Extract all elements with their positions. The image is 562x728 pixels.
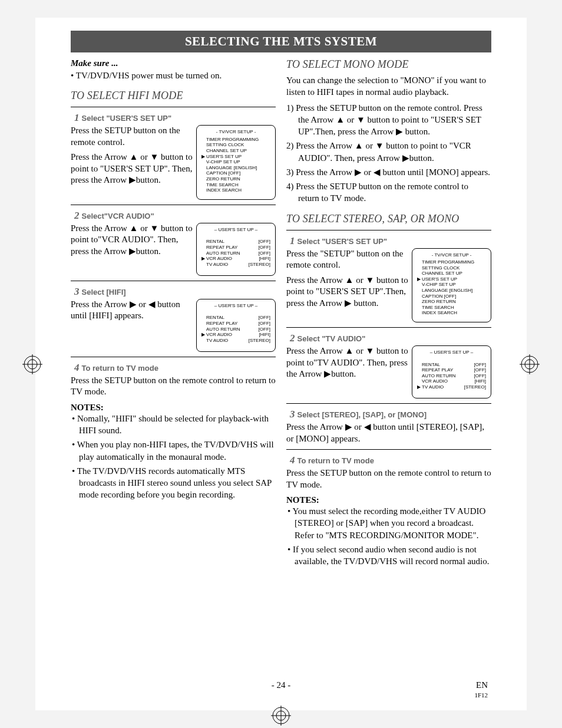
right-column: TO SELECT MONO MODE You can change the s… [286, 58, 491, 569]
step-heading: To return to TV mode [82, 364, 158, 373]
separator [71, 205, 276, 205]
sap-step-3: 3Select [STEREO], [SAP], or [MONO] Press… [286, 409, 491, 444]
page-title-banner: SELECTING THE MTS SYSTEM [71, 31, 491, 52]
separator [71, 357, 276, 357]
page-footer: - 24 - EN 1F12 [71, 680, 491, 690]
step-number: 1 [74, 112, 80, 123]
separator [286, 327, 491, 328]
mono-intro: You can change the selection to "MONO" i… [286, 74, 491, 98]
step-text: Press the Arrow ▶ or ◀ button until [STE… [286, 421, 491, 444]
osd-screen: – USER'S SET UP – RENTAL[OFF] REPEAT PLA… [412, 345, 491, 398]
step-text: Press the Arrow ▲ or ▼ button to point t… [286, 275, 408, 309]
separator [286, 449, 491, 450]
make-sure-text: TV/DVD/VHS power must be turned on. [76, 71, 222, 80]
osd-title: - TV/VCR SETUP - [417, 252, 486, 258]
sap-step-4: 4To return to TV mode Press the SETUP bu… [286, 454, 491, 490]
osd-title: – USER'S SET UP – [201, 303, 270, 309]
osd-title: – USER'S SET UP – [201, 227, 270, 233]
osd-title: – USER'S SET UP – [417, 350, 486, 355]
step-number: 1 [290, 235, 295, 246]
step-number: 2 [74, 210, 80, 221]
make-sure-heading: Make sure ... [71, 58, 276, 68]
section-mono-title: TO SELECT MONO MODE [286, 58, 491, 71]
mono-steps: 1) Press the SETUP button on the remote … [286, 102, 491, 205]
step-number: 3 [74, 286, 80, 297]
language-label: EN [476, 680, 488, 690]
osd-screen: - TV/VCR SETUP - TIMER PROGRAMMING SETTI… [196, 125, 276, 200]
step-1: 1Select "USER'S SET UP" Press the SETUP … [71, 112, 276, 200]
note-item: When you play non-HIFI tapes, the TV/DVD… [79, 439, 276, 463]
page-number: - 24 - [71, 680, 491, 690]
doc-code: 1F12 [474, 691, 488, 699]
crop-mark-icon [22, 354, 42, 374]
step-heading: Select "USER'S SET UP" [82, 114, 172, 123]
list-item: 4) Press the SETUP button on the remote … [286, 180, 491, 205]
crop-mark-icon [520, 354, 540, 374]
step-number: 4 [290, 454, 295, 466]
list-item: 1) Press the SETUP button on the remote … [286, 102, 491, 138]
section-sap-title: TO SELECT STEREO, SAP, OR MONO [286, 213, 491, 225]
separator [286, 230, 491, 230]
step-text: Press the Arrow ▶ or ◀ button until [HIF… [71, 299, 193, 322]
osd-title: - TV/VCR SETUP - [201, 129, 270, 135]
note-item: You must select the recording mode,eithe… [295, 505, 491, 541]
step-3: 3Select [HIFI] Press the Arrow ▶ or ◀ bu… [71, 286, 276, 352]
notes-heading: NOTES: [286, 495, 491, 505]
notes-list: You must select the recording mode,eithe… [286, 505, 491, 567]
step-number: 2 [290, 332, 295, 344]
notes-heading: NOTES: [71, 403, 276, 413]
crop-mark-icon [271, 706, 291, 726]
note-item: Nomally, "HIFI" should be selected for p… [79, 413, 276, 437]
step-text: Press the SETUP button on the remote con… [286, 467, 491, 490]
step-heading: Select "TV AUDIO" [297, 334, 366, 343]
separator [71, 281, 276, 281]
page: SELECTING THE MTS SYSTEM Make sure ... •… [35, 18, 527, 710]
osd-screen: – USER'S SET UP – RENTAL[OFF] REPEAT PLA… [196, 223, 276, 276]
step-number: 3 [290, 409, 295, 420]
step-text: Press the Arrow ▲ or ▼ button to point t… [71, 151, 193, 186]
step-text: Press the Arrow ▲ or ▼ button to point t… [286, 345, 408, 380]
separator [71, 107, 276, 107]
make-sure-item: • TV/DVD/VHS power must be turned on. [71, 70, 276, 81]
osd-screen: – USER'S SET UP – RENTAL[OFF] REPEAT PLA… [196, 299, 276, 352]
step-text: Press the "SETUP" button on the remote c… [286, 248, 408, 271]
separator [286, 403, 491, 404]
step-number: 4 [74, 362, 80, 373]
step-text: Press the SETUP button on the remote con… [71, 125, 193, 148]
step-4: 4To return to TV mode Press the SETUP bu… [71, 362, 276, 398]
section-hifi-title: TO SELECT HIFI MODE [71, 90, 276, 102]
notes-list: Nomally, "HIFI" should be selected for p… [71, 413, 276, 501]
note-item: The TV/DVD/VHS records automatically MTS… [79, 465, 276, 501]
sap-step-2: 2Select "TV AUDIO" Press the Arrow ▲ or … [286, 332, 491, 398]
step-2: 2Select"VCR AUDIO" Press the Arrow ▲ or … [71, 210, 276, 276]
left-column: Make sure ... • TV/DVD/VHS power must be… [71, 58, 276, 569]
step-heading: To return to TV mode [297, 456, 374, 465]
step-heading: Select [STEREO], [SAP], or [MONO] [297, 410, 427, 419]
content-area: SELECTING THE MTS SYSTEM Make sure ... •… [35, 18, 527, 581]
step-heading: Select "USER'S SET UP" [297, 237, 388, 246]
step-heading: Select"VCR AUDIO" [82, 212, 154, 220]
step-heading: Select [HIFI] [82, 288, 126, 297]
step-text: Press the Arrow ▲ or ▼ button to point t… [71, 223, 193, 258]
note-item: If you select second audio when second a… [295, 543, 491, 568]
sap-step-1: 1Select "USER'S SET UP" Press the "SETUP… [286, 235, 491, 323]
list-item: 2) Press the Arrow ▲ or ▼ button to poin… [286, 140, 491, 164]
step-text: Press the SETUP button on the remote con… [71, 375, 276, 398]
osd-screen: - TV/VCR SETUP - TIMER PROGRAMMING SETTI… [412, 248, 491, 323]
list-item: 3) Press the Arrow ▶ or ◀ button until [… [286, 166, 491, 178]
